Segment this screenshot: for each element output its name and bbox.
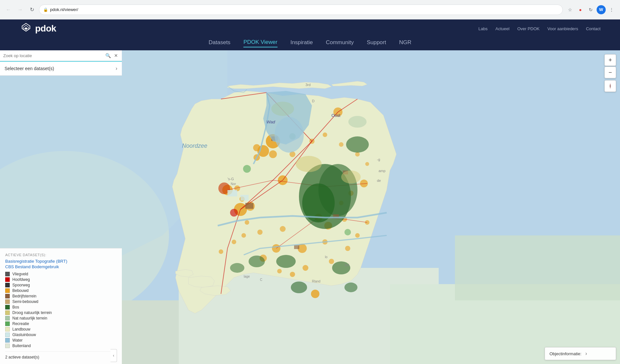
svg-text:D: D [312, 99, 315, 103]
nav-voor-aanbieders[interactable]: Voor aanbieders [548, 26, 578, 31]
map-container[interactable]: Noordzee Oost Wad D 's-G 3rd -g amp de N… [0, 50, 620, 364]
browser-chrome: ← → ↻ 🔒 pdok.nl/viewer/ ☆ ● ↻ W ⋮ [0, 0, 620, 19]
map-controls: + − [604, 54, 616, 92]
legend-color-droog-nat [5, 310, 10, 315]
svg-text:Nor: Nor [231, 182, 236, 186]
legend-color-recreatie [5, 321, 10, 326]
svg-point-46 [303, 265, 308, 271]
svg-marker-2 [24, 27, 28, 30]
svg-point-62 [344, 282, 357, 292]
compass-button[interactable] [604, 80, 616, 92]
legend-dataset1[interactable]: Basisregistratie Topografie (BRT) [5, 259, 117, 264]
search-input[interactable] [3, 53, 103, 58]
legend-item-buitenland: Buitenland [5, 344, 117, 348]
zoom-in-button[interactable]: + [604, 54, 616, 66]
svg-point-40 [280, 226, 286, 232]
svg-point-58 [249, 256, 265, 267]
header-main-nav: Datasets PDOK Viewer Inspiratie Communit… [0, 36, 620, 49]
legend-color-glastuinbouw [5, 333, 10, 337]
svg-text:-g: -g [377, 157, 380, 161]
legend-item-glastuinbouw: Glastuinbouw [5, 333, 117, 337]
svg-point-77 [348, 116, 367, 128]
extension-button2[interactable]: ↻ [586, 5, 595, 14]
legend-item-bos: Bos [5, 305, 117, 309]
object-info-bar[interactable]: Objectinformatie: › [545, 347, 616, 360]
search-button[interactable]: 🔍 [105, 52, 111, 59]
app-header: pdok Labs Actueel Over PDOK Voor aanbied… [0, 19, 620, 50]
extension-button1[interactable]: ● [576, 5, 585, 14]
legend-title: ACTIEVE DATASET(S): [5, 253, 117, 257]
svg-point-33 [339, 142, 343, 147]
app-container: pdok Labs Actueel Over PDOK Voor aanbied… [0, 19, 620, 364]
svg-text:Noordzee: Noordzee [182, 143, 207, 149]
header-top-nav: Labs Actueel Over PDOK Voor aanbieders C… [478, 26, 601, 31]
address-bar[interactable]: 🔒 pdok.nl/viewer/ [39, 5, 563, 15]
svg-text:3rd: 3rd [344, 263, 349, 267]
zoom-out-button[interactable]: − [604, 67, 616, 78]
svg-point-42 [245, 220, 249, 225]
object-info-arrow: › [585, 351, 587, 357]
legend-item-nat-nat: Nat natuurlijk terrein [5, 316, 117, 320]
svg-point-49 [329, 259, 334, 264]
svg-point-74 [296, 156, 322, 172]
nav-support[interactable]: Support [367, 38, 386, 47]
nav-labs[interactable]: Labs [478, 26, 487, 31]
svg-text:Oost: Oost [331, 113, 341, 118]
profile-button[interactable]: W [597, 5, 606, 14]
nav-community[interactable]: Community [326, 38, 354, 47]
svg-point-56 [346, 136, 369, 153]
svg-rect-63 [245, 203, 253, 209]
legend-color-buitenland [5, 344, 10, 348]
legend-item-recreatie: Recreatie [5, 321, 117, 326]
bookmark-button[interactable]: ☆ [565, 5, 575, 14]
legend-footer: 2 actieve dataset(s) ‹ [5, 351, 117, 359]
svg-point-50 [345, 246, 350, 251]
dataset-selector[interactable]: Selecteer een dataset(s) › [0, 61, 122, 76]
clear-search-button[interactable]: ✕ [113, 52, 119, 59]
nav-contact[interactable]: Contact [586, 26, 601, 31]
svg-point-44 [232, 240, 236, 244]
legend-collapse-button[interactable]: ‹ [110, 349, 117, 362]
legend-dataset2[interactable]: CBS Bestand Bodemgebruik [5, 264, 117, 269]
svg-point-68 [243, 165, 251, 173]
nav-over-pdok[interactable]: Over PDOK [517, 26, 540, 31]
nav-actueel[interactable]: Actueel [496, 26, 510, 31]
svg-point-73 [275, 117, 304, 153]
back-button[interactable]: ← [4, 5, 13, 14]
dataset-selector-arrow: › [116, 66, 117, 71]
svg-text:'s-G: 's-G [227, 177, 234, 181]
nav-inspiratie[interactable]: Inspiratie [291, 38, 313, 47]
svg-text:Rland: Rland [312, 280, 320, 283]
legend-item-landbouw: Landbouw [5, 327, 117, 332]
legend-color-landbouw [5, 327, 10, 332]
svg-text:lage: lage [244, 275, 250, 278]
svg-rect-71 [227, 190, 237, 196]
svg-text:amp: amp [379, 169, 385, 173]
header-top: pdok Labs Actueel Over PDOK Voor aanbied… [0, 19, 620, 36]
left-panel: 🔍 ✕ Selecteer een dataset(s) › [0, 50, 122, 76]
nav-ngr[interactable]: NGR [399, 38, 411, 47]
menu-button[interactable]: ⋮ [607, 5, 616, 14]
svg-point-10 [269, 150, 277, 158]
lock-icon: 🔒 [43, 7, 48, 12]
legend-item-spoorweg: Spoorweg [5, 283, 117, 287]
legend-item-vliegveld: Vliegveld [5, 272, 117, 276]
svg-point-47 [290, 272, 295, 277]
svg-point-35 [365, 162, 369, 166]
legend-footer-text: 2 actieve dataset(s) [5, 355, 39, 359]
legend-item-hoofdweg: Hoofdweg [5, 277, 117, 282]
nav-pdok-viewer[interactable]: PDOK Viewer [243, 38, 278, 47]
svg-point-76 [271, 102, 294, 116]
svg-text:Wad: Wad [266, 119, 275, 124]
reload-button[interactable]: ↻ [27, 5, 36, 14]
header-logo[interactable]: pdok [19, 22, 56, 35]
svg-point-41 [257, 230, 263, 235]
svg-point-45 [219, 249, 223, 254]
nav-datasets[interactable]: Datasets [209, 38, 230, 47]
svg-point-14 [230, 209, 238, 217]
legend-color-nat-nat [5, 316, 10, 320]
svg-point-32 [323, 132, 327, 137]
svg-text:3rd: 3rd [305, 83, 311, 87]
legend-item-droog-nat: Droog natuurlijk terrein [5, 310, 117, 315]
forward-button[interactable]: → [16, 5, 25, 14]
